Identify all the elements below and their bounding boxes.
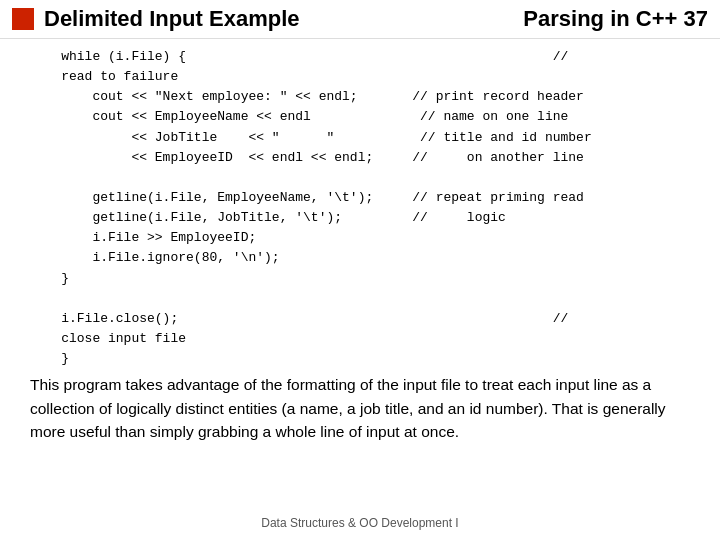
code-line-16: } — [30, 351, 69, 366]
footer-text: Data Structures & OO Development I — [0, 516, 720, 530]
code-line-14: i.File.close(); // — [30, 311, 568, 326]
parsing-label: Parsing in C++ — [523, 6, 677, 31]
code-line-9: getline(i.File, JobTitle, '\t'); // logi… — [30, 210, 506, 225]
description-text: This program takes advantage of the form… — [30, 373, 690, 443]
code-line-3: cout << "Next employee: " << endl; // pr… — [30, 89, 584, 104]
code-line-8: getline(i.File, EmployeeName, '\t'); // … — [30, 190, 584, 205]
code-line-6: << EmployeeID << endl << endl; // on ano… — [30, 150, 584, 165]
code-line-4: cout << EmployeeName << endl // name on … — [30, 109, 568, 124]
header-bar: Delimited Input Example Parsing in C++ 3… — [0, 0, 720, 39]
red-square-icon — [12, 8, 34, 30]
code-block: while (i.File) { // read to failure cout… — [30, 47, 690, 369]
code-line-15: close input file — [30, 331, 186, 346]
slide-title: Delimited Input Example — [44, 6, 523, 32]
code-line-2: read to failure — [30, 69, 178, 84]
code-line-10: i.File >> EmployeeID; — [30, 230, 256, 245]
content-area: while (i.File) { // read to failure cout… — [0, 39, 720, 447]
code-line-12: } — [30, 271, 69, 286]
slide-info: Parsing in C++ 37 — [523, 6, 708, 32]
slide-number: 37 — [684, 6, 708, 31]
code-line-1: while (i.File) { // — [30, 49, 568, 64]
code-line-11: i.File.ignore(80, '\n'); — [30, 250, 280, 265]
code-line-5: << JobTitle << " " // title and id numbe… — [30, 130, 592, 145]
